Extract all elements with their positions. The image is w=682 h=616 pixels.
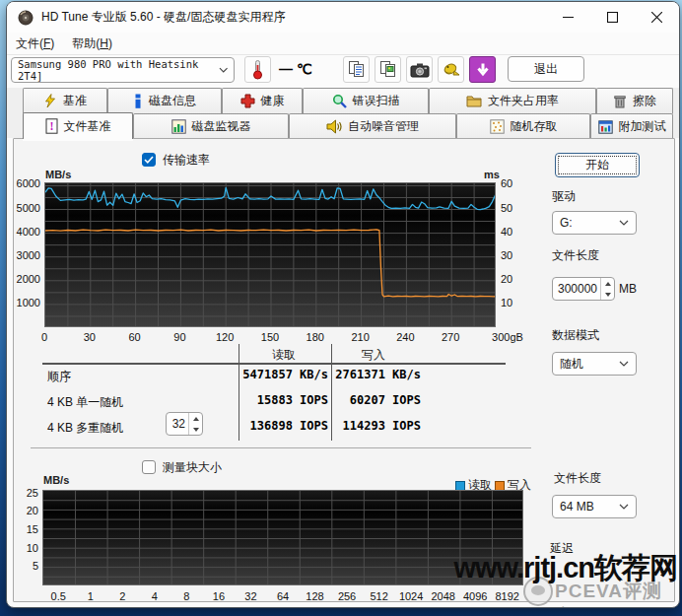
axis-tick-label: 1000 xyxy=(11,297,40,308)
chevron-down-icon xyxy=(619,504,629,510)
menu-help[interactable]: 帮助(H) xyxy=(63,33,121,55)
minimize-button[interactable] xyxy=(546,2,590,33)
row-4k-single-label: 4 KB 单一随机 xyxy=(47,394,123,411)
tab-disk-monitor[interactable]: 磁盘监视器 xyxy=(133,113,289,139)
folder-icon xyxy=(466,95,482,107)
speaker-icon xyxy=(326,119,342,134)
row-sequential-label: 顺序 xyxy=(47,369,71,385)
app-window: HD Tune 专业版 5.60 - 硬盘/固态硬盘实用程序 文件(F) 帮助(… xyxy=(6,1,680,608)
goldfish-icon xyxy=(442,60,461,80)
axis-tick-label: 150 xyxy=(250,331,290,343)
axis-tick-label: 20 xyxy=(501,273,524,285)
tab-benchmark[interactable]: 基准 xyxy=(23,88,107,113)
drive-letter-value: G: xyxy=(560,216,573,230)
table-header-rule xyxy=(42,363,506,365)
check-icon xyxy=(144,156,154,164)
close-icon xyxy=(651,12,662,23)
window-title: HD Tune 专业版 5.60 - 硬盘/固态硬盘实用程序 xyxy=(41,9,285,26)
section-separator xyxy=(31,447,531,448)
axis-tick-label: 0 xyxy=(25,331,64,343)
copy-text-icon xyxy=(347,60,366,79)
camera-icon xyxy=(410,62,430,78)
drive-letter-select[interactable]: G: xyxy=(552,211,637,235)
temperature-button[interactable] xyxy=(244,56,271,83)
axis-tick-label: 180 xyxy=(296,331,335,343)
4k-single-write-value: 60207 IOPS xyxy=(293,393,421,407)
copy-image-button[interactable] xyxy=(375,56,401,83)
axis-tick-label: 90 xyxy=(160,331,199,343)
block-file-length-value: 64 MB xyxy=(560,500,594,513)
axis-tick-label: 30 xyxy=(70,331,109,343)
file-length-down-button[interactable] xyxy=(601,289,614,300)
transfer-rate-checkbox[interactable] xyxy=(142,153,156,167)
goldfish-button[interactable] xyxy=(438,56,464,83)
chevron-down-icon xyxy=(219,67,228,73)
toolbar: Samsung 980 PRO with Heatsink 2T4] — ℃ xyxy=(7,55,679,88)
tab-disk-info[interactable]: 磁盘信息 xyxy=(107,88,222,113)
site-watermark: www.rjtj.cn软荐网 xyxy=(453,549,677,588)
tab-health[interactable]: 健康 xyxy=(222,88,303,113)
axis-tick-label: 270 xyxy=(431,331,470,343)
block-file-length-select[interactable]: 64 MB xyxy=(552,495,637,518)
queue-depth-stepper[interactable]: 32 xyxy=(166,412,203,436)
copy-text-button[interactable] xyxy=(343,56,370,83)
data-mode-select[interactable]: 随机 xyxy=(552,352,637,376)
file-length-value: 300000 xyxy=(553,278,600,300)
block-file-length-label: 文件长度 xyxy=(554,470,601,487)
info-icon xyxy=(133,94,143,108)
tab-strip: 基准 磁盘信息 健康 错误扫描 文件夹占用率 擦除 xyxy=(7,88,679,138)
axis-tick-label: 300gB xyxy=(488,331,527,343)
read-legend-swatch xyxy=(455,481,465,491)
screenshot-button[interactable] xyxy=(406,56,433,83)
download-arrow-icon xyxy=(475,62,491,78)
block-size-chart xyxy=(42,490,523,585)
axis-tick-label: 210 xyxy=(341,331,380,343)
block-size-label: 测量块大小 xyxy=(163,459,222,476)
write-legend-swatch xyxy=(495,481,505,491)
axis-tick-label: 4000 xyxy=(11,226,40,238)
temperature-value: — ℃ xyxy=(279,61,312,77)
start-button[interactable]: 开始 xyxy=(555,153,640,177)
tab-random-access[interactable]: 随机存取 xyxy=(456,113,590,139)
file-length-up-button[interactable] xyxy=(601,278,614,289)
axis-tick-label: 120 xyxy=(205,331,244,343)
file-length-stepper[interactable]: 300000 xyxy=(552,277,615,301)
download-button[interactable] xyxy=(469,56,496,83)
axis-tick-label: 3000 xyxy=(11,249,40,261)
write-column-header: 写入 xyxy=(334,347,413,364)
file-benchmark-icon: ! xyxy=(45,118,58,134)
transfer-rate-label: 传输速率 xyxy=(163,152,210,169)
row-4k-multi-label: 4 KB 多重随机 xyxy=(47,420,123,437)
maximize-button[interactable] xyxy=(590,2,635,33)
block-size-checkbox[interactable] xyxy=(142,460,156,474)
tab-extra-tests[interactable]: 附加测试 xyxy=(590,113,673,139)
tab-aam[interactable]: 自动噪音管理 xyxy=(289,113,456,139)
axis-tick-label: 15 xyxy=(11,523,38,535)
chart2-left-unit: MB/s xyxy=(43,474,69,486)
hd-tune-app-icon xyxy=(18,10,34,26)
menu-file[interactable]: 文件(F) xyxy=(7,33,63,55)
tab-error-scan[interactable]: 错误扫描 xyxy=(303,88,429,113)
axis-tick-label: 8192 xyxy=(488,590,527,602)
axis-tick-label: 2000 xyxy=(11,273,40,285)
file-length-unit: MB xyxy=(619,282,637,296)
drive-select[interactable]: Samsung 980 PRO with Heatsink 2T4] xyxy=(11,57,235,83)
drive-label: 驱动 xyxy=(552,188,576,205)
close-button[interactable] xyxy=(635,2,679,33)
thermometer-icon xyxy=(251,59,264,80)
exit-button[interactable]: 退出 xyxy=(508,56,584,82)
tab-erase[interactable]: 擦除 xyxy=(596,88,673,113)
sequential-write-value: 2761371 KB/s xyxy=(293,368,421,381)
axis-tick-label: 40 xyxy=(501,226,524,238)
random-dots-icon xyxy=(490,119,505,134)
magnifier-icon xyxy=(332,94,347,108)
axis-tick-label: 25 xyxy=(11,487,38,499)
trash-icon xyxy=(613,94,627,108)
queue-depth-value: 32 xyxy=(167,413,188,435)
axis-tick-label: 240 xyxy=(385,331,425,343)
file-length-label: 文件长度 xyxy=(552,247,599,264)
drive-select-value: Samsung 980 PRO with Heatsink 2T4] xyxy=(18,58,219,82)
menu-bar: 文件(F) 帮助(H) xyxy=(7,33,679,55)
tab-file-benchmark[interactable]: ! 文件基准 xyxy=(23,112,133,139)
tab-folder-usage[interactable]: 文件夹占用率 xyxy=(429,88,596,113)
